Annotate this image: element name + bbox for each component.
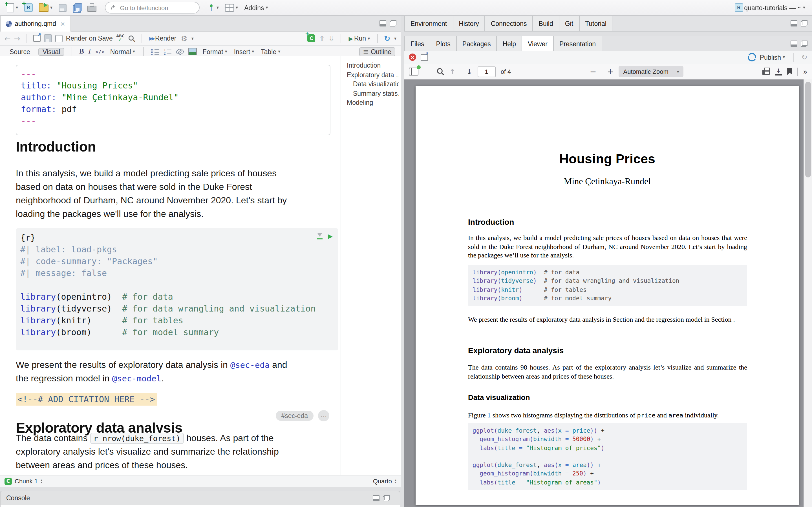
render-button[interactable]: ▶▶ Render xyxy=(148,34,177,43)
open-in-new-window-icon[interactable] xyxy=(33,35,41,42)
goto-file-search[interactable] xyxy=(105,2,200,13)
r-code-chunk[interactable]: ▶ {r} #| label: load-pkgs #| code-summar… xyxy=(16,228,338,350)
tab-connections[interactable]: Connections xyxy=(485,16,533,31)
chunk-nav-arrows-icon[interactable]: ▴▾ xyxy=(41,479,42,483)
document-mode-label[interactable]: Quarto xyxy=(373,478,392,485)
goto-file-input[interactable] xyxy=(119,4,194,11)
outline-item-summary-statistics[interactable]: Summary statis… xyxy=(347,89,399,98)
maximize-pane-icon[interactable] xyxy=(390,20,396,26)
outline-item-eda[interactable]: Exploratory data … xyxy=(347,70,399,79)
tab-history[interactable]: History xyxy=(453,16,485,31)
chevron-down-icon[interactable]: ▾ xyxy=(192,36,194,41)
go-to-previous-chunk-icon[interactable]: ⇧ xyxy=(319,34,325,43)
tab-git[interactable]: Git xyxy=(559,16,579,31)
outline-toggle-button[interactable]: ≡ Outline xyxy=(359,47,395,56)
run-button[interactable]: ▶ Run ▾ xyxy=(348,34,371,43)
numbered-list-icon[interactable]: 12 xyxy=(164,48,172,55)
visual-editor-canvas[interactable]: --- title: "Housing Prices" author: "Min… xyxy=(0,56,341,475)
italic-button[interactable]: I xyxy=(89,47,91,56)
maximize-pane-icon[interactable] xyxy=(801,20,808,26)
pdf-download-icon[interactable]: ↓ xyxy=(775,68,782,75)
visual-mode-button[interactable]: Visual xyxy=(39,48,64,55)
mode-select-arrows-icon[interactable]: ▴▾ xyxy=(395,479,396,483)
minimize-pane-icon[interactable] xyxy=(791,41,797,47)
back-icon[interactable]: ← xyxy=(4,34,11,43)
pdf-find-icon[interactable] xyxy=(437,68,444,75)
open-in-new-window-icon[interactable] xyxy=(421,54,428,61)
tab-environment[interactable]: Environment xyxy=(404,16,453,31)
tab-help[interactable]: Help xyxy=(497,36,522,51)
spellcheck-icon[interactable]: ABC✓ xyxy=(116,34,124,43)
pdf-viewer-area[interactable]: Housing Prices Mine Çetinkaya-Rundel Int… xyxy=(404,79,812,507)
tab-build[interactable]: Build xyxy=(533,16,559,31)
version-control-button[interactable]: ▾ xyxy=(207,3,220,12)
workspace-panes-button[interactable]: ▾ xyxy=(224,3,239,13)
insert-menu[interactable]: Insert ▾ xyxy=(233,47,255,56)
pdf-page-number-input[interactable] xyxy=(477,66,496,77)
pdf-zoom-out-icon[interactable]: − xyxy=(590,67,596,76)
save-button-disabled[interactable] xyxy=(57,3,68,13)
outline-item-modeling[interactable]: Modeling xyxy=(347,98,399,107)
save-all-button[interactable] xyxy=(71,2,82,13)
bullet-list-icon[interactable] xyxy=(151,48,159,55)
tab-tutorial[interactable]: Tutorial xyxy=(579,16,613,31)
search-icon[interactable] xyxy=(128,35,135,42)
addins-button[interactable]: Addins ▾ xyxy=(243,3,269,12)
tab-plots[interactable]: Plots xyxy=(430,36,457,51)
insert-chunk-icon[interactable]: C xyxy=(308,34,315,42)
maximize-pane-icon[interactable] xyxy=(801,41,808,47)
pdf-previous-page-icon[interactable]: ↑ xyxy=(449,67,456,76)
publish-button[interactable]: Publish ▾ xyxy=(747,52,786,62)
clear-viewer-icon[interactable]: × xyxy=(409,54,416,61)
tab-authoring-qmd[interactable]: authoring.qmd × xyxy=(0,16,71,32)
image-icon[interactable] xyxy=(189,48,197,55)
tab-files[interactable]: Files xyxy=(404,36,430,51)
maximize-pane-icon[interactable] xyxy=(383,495,390,501)
pdf-scrollbar[interactable] xyxy=(804,79,812,507)
render-settings-gear-icon[interactable]: ⚙ xyxy=(181,34,187,43)
chevron-down-icon[interactable]: ▾ xyxy=(394,36,396,41)
minimize-pane-icon[interactable] xyxy=(791,20,797,26)
console-header[interactable]: Console xyxy=(1,491,400,505)
open-file-button[interactable]: ▾ xyxy=(38,2,54,13)
minimize-pane-icon[interactable] xyxy=(373,495,379,501)
paragraph-style-dropdown[interactable]: Normal ▾ xyxy=(109,47,136,56)
new-file-button[interactable]: ▾ xyxy=(6,2,19,13)
render-on-save-checkbox[interactable] xyxy=(55,35,63,42)
print-button[interactable] xyxy=(86,2,98,13)
yaml-front-matter-block[interactable]: --- title: "Housing Prices" author: "Min… xyxy=(16,65,331,135)
table-menu[interactable]: Table ▾ xyxy=(260,47,282,56)
tab-presentation[interactable]: Presentation xyxy=(554,36,602,51)
pdf-scrollbar-thumb[interactable] xyxy=(805,82,811,177)
source-mode-button[interactable]: Source xyxy=(6,48,34,55)
pdf-print-icon[interactable] xyxy=(762,70,770,75)
pdf-bookmark-icon[interactable] xyxy=(787,68,792,75)
project-menu-button[interactable]: R quarto-tutorials — ~ ▾ xyxy=(733,2,806,13)
refresh-viewer-icon[interactable]: ↻ xyxy=(801,53,808,61)
pdf-zoom-select[interactable]: Automatic Zoom ▾ xyxy=(619,66,684,77)
chunk-position-label[interactable]: Chunk 1 xyxy=(15,478,38,485)
close-tab-icon[interactable]: × xyxy=(60,20,65,27)
outline-item-data-visualization[interactable]: Data visualization xyxy=(347,79,399,89)
source-rerun-icon[interactable]: ↻ xyxy=(384,34,390,43)
pdf-next-page-icon[interactable]: ↓ xyxy=(466,67,472,76)
minimize-pane-icon[interactable] xyxy=(379,20,386,26)
save-icon[interactable] xyxy=(44,34,52,42)
forward-icon[interactable]: → xyxy=(14,34,20,43)
tab-packages[interactable]: Packages xyxy=(457,36,497,51)
tab-viewer[interactable]: Viewer xyxy=(522,36,554,52)
format-menu[interactable]: Format ▾ xyxy=(202,47,229,56)
outline-item-introduction[interactable]: Introduction xyxy=(347,61,399,70)
bold-button[interactable]: B xyxy=(79,47,84,56)
pdf-zoom-in-icon[interactable]: + xyxy=(607,67,613,76)
inline-code-button[interactable]: </> xyxy=(95,49,105,54)
go-to-next-chunk-icon[interactable]: ⇩ xyxy=(328,34,335,43)
new-project-button[interactable]: R xyxy=(23,2,34,13)
sidebar-toggle-icon xyxy=(409,68,418,75)
section-options-button[interactable]: ⋯ xyxy=(318,410,329,421)
pdf-sidebar-toggle[interactable] xyxy=(409,68,418,75)
pdf-more-tools-icon[interactable]: » xyxy=(803,67,808,76)
run-chunk-icon[interactable]: ▶ xyxy=(328,233,333,240)
run-chunks-above-icon[interactable] xyxy=(317,233,322,239)
link-icon[interactable] xyxy=(176,48,184,55)
